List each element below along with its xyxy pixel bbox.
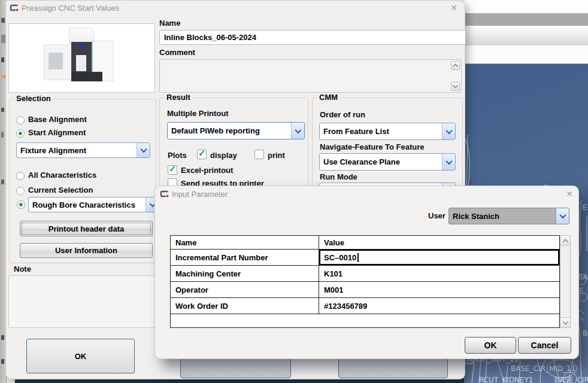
- chevron-down-icon[interactable]: [442, 154, 455, 170]
- param-value-cell[interactable]: SC–0010: [319, 250, 559, 265]
- result-legend: Result: [164, 93, 193, 102]
- cad-feature-label: BA: [578, 273, 587, 281]
- cad-feature-label: E: [579, 287, 584, 295]
- chevron-down-icon[interactable]: [556, 208, 569, 224]
- table-header-row: Name Value: [171, 236, 559, 250]
- cmm-legend: CMM: [317, 93, 340, 102]
- app-background-strip: [464, 45, 588, 64]
- zeiss-logo: [79, 44, 84, 48]
- check-icon: ✓: [169, 163, 177, 174]
- user-label: User: [428, 211, 445, 220]
- user-information-button[interactable]: User Information: [20, 243, 153, 258]
- cad-feature-label: BASE_CIR_MID_11: [511, 364, 575, 373]
- app-background-strip: [464, 0, 588, 13]
- toolbar-icon-fragment: [1, 180, 4, 184]
- input-parameter-dialog: Input Parameter ✕ User Rick Stanich Name…: [154, 186, 579, 359]
- table-scrollbar[interactable]: [560, 235, 571, 328]
- preassign-title-bar[interactable]: Preassign CNC Start Values ✕: [6, 1, 465, 16]
- cad-feature-label: BASE_CIR: [554, 376, 588, 383]
- dialog-title: Preassign CNC Start Values: [22, 4, 119, 13]
- display-checkbox[interactable]: ✓: [197, 150, 207, 159]
- alignment-dropdown[interactable]: Fixture Alignment: [16, 142, 150, 158]
- note-label: Note: [14, 265, 31, 273]
- table-row: Machining Center K101: [171, 266, 559, 282]
- toolbar-icon-fragment: [1, 57, 4, 62]
- chevron-down-icon[interactable]: [137, 143, 150, 157]
- print-label: print: [268, 151, 285, 160]
- param-value-cell[interactable]: M001: [319, 282, 559, 297]
- scroll-up-button[interactable]: [560, 236, 570, 246]
- all-characteristics-label: All Characteristics: [28, 171, 96, 180]
- param-name-cell[interactable]: Operator: [171, 282, 319, 297]
- ok-button[interactable]: OK: [465, 337, 516, 354]
- close-icon[interactable]: ✕: [449, 3, 459, 13]
- characteristics-radio[interactable]: [17, 200, 25, 209]
- param-value-cell[interactable]: #123456789: [319, 298, 559, 314]
- ok-button-main[interactable]: OK: [26, 339, 135, 373]
- table-row: Work Order ID #123456789: [171, 298, 559, 314]
- parameter-table: Name Value Incremental Part Number SC–00…: [170, 235, 560, 328]
- chevron-down-icon: [562, 319, 568, 325]
- screen: SE CIR_BOT_11 BASE_CIR_MID_11 RCUT_KIDNE…: [0, 0, 588, 383]
- comment-label: Comment: [159, 48, 195, 57]
- plots-label: Plots: [168, 151, 187, 160]
- cnc-machine-image: [8, 23, 155, 93]
- current-selection-radio[interactable]: [16, 187, 25, 195]
- multiple-printout-dropdown[interactable]: Default PiWeb reporting: [167, 122, 305, 139]
- chevron-down-icon[interactable]: [291, 123, 304, 139]
- selection-legend: Selection: [14, 94, 53, 103]
- scroll-up-button[interactable]: [451, 61, 460, 70]
- printout-header-data-button[interactable]: Printout header data: [20, 221, 153, 236]
- display-label: display: [210, 151, 237, 160]
- toolbar-icon-fragment: [1, 132, 4, 138]
- param-name-cell[interactable]: Work Order ID: [171, 298, 319, 314]
- print-checkbox[interactable]: [254, 150, 264, 159]
- name-label: Name: [159, 19, 180, 28]
- name-input[interactable]: Inline Blocks_06-05-2024: [159, 30, 466, 45]
- cancel-button[interactable]: Cancel: [518, 337, 571, 354]
- scroll-down-button[interactable]: [560, 317, 570, 327]
- machine-window: [49, 53, 63, 69]
- all-characteristics-radio[interactable]: [16, 172, 25, 180]
- toolbar-icon-fragment: [1, 108, 4, 112]
- characteristics-dropdown[interactable]: Rough Bore Characteristics: [28, 197, 159, 212]
- chevron-down-icon: [453, 83, 459, 89]
- base-alignment-radio[interactable]: [16, 116, 25, 124]
- text-caret: [357, 253, 359, 262]
- toolbar-icon-fragment: [1, 335, 4, 340]
- excel-printout-checkbox[interactable]: ✓: [168, 165, 177, 175]
- order-of-run-label: Order of run: [320, 110, 365, 119]
- machine-base: [71, 72, 102, 81]
- start-alignment-label: Start Alignment: [28, 128, 86, 137]
- calypso-icon: [160, 190, 169, 198]
- param-value-cell[interactable]: K101: [319, 266, 559, 281]
- chevron-up-icon: [453, 63, 459, 69]
- cad-feature-label: E: [583, 203, 587, 212]
- selection-group: Selection Base Alignment Start Alignment…: [9, 99, 156, 263]
- check-icon: ✓: [198, 148, 206, 159]
- param-name-cell[interactable]: Incremental Part Number: [171, 250, 319, 265]
- calypso-icon: [10, 4, 19, 12]
- header-value: Value: [319, 236, 559, 249]
- order-of-run-dropdown[interactable]: From Feature List: [319, 123, 456, 140]
- current-selection-label: Current Selection: [28, 186, 93, 194]
- input-parameter-title-bar[interactable]: Input Parameter ✕: [155, 186, 578, 202]
- chevron-up-icon: [562, 238, 568, 244]
- start-alignment-radio[interactable]: [16, 129, 25, 138]
- app-toolbar-strip: [464, 13, 588, 26]
- close-icon[interactable]: ✕: [565, 189, 574, 199]
- dialog-title: Input Parameter: [172, 190, 228, 199]
- scroll-down-button[interactable]: [451, 82, 460, 91]
- cad-feature-label: B: [583, 329, 587, 338]
- toolbar-icon-fragment: [1, 359, 4, 364]
- header-name: Name: [171, 236, 319, 249]
- app-toolbar-strip: [464, 26, 588, 46]
- base-alignment-label: Base Alignment: [28, 115, 87, 124]
- navigate-label: Navigate-Feature To Feature: [320, 142, 425, 151]
- comment-textarea[interactable]: [159, 59, 462, 93]
- param-name-cell[interactable]: Machining Center: [171, 266, 319, 281]
- table-row: Operator M001: [171, 282, 559, 298]
- chevron-down-icon[interactable]: [442, 123, 455, 139]
- navigate-dropdown[interactable]: Use Clearance Plane: [319, 153, 456, 171]
- user-dropdown[interactable]: Rick Stanich: [448, 208, 569, 224]
